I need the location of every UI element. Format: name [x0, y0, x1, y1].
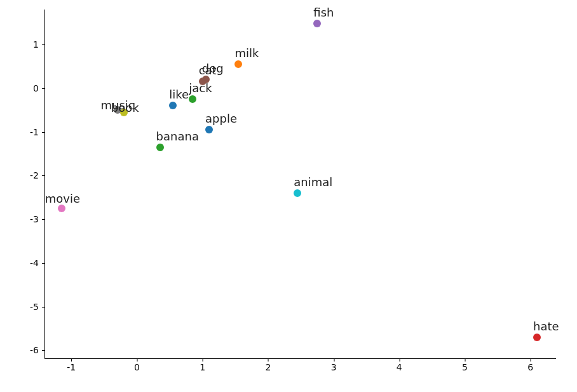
- data-label-like: like: [169, 88, 189, 101]
- data-label-banana: banana: [156, 130, 199, 143]
- data-point-fish: [313, 20, 321, 27]
- data-point-animal: [294, 189, 301, 197]
- data-point-apple: [205, 126, 213, 133]
- x-tick-label: -1: [67, 362, 76, 372]
- data-label-fish: fish: [313, 6, 334, 19]
- data-label-movie: movie: [45, 192, 80, 205]
- data-point-hate: [533, 334, 541, 341]
- y-tick-label: 0: [33, 83, 39, 93]
- x-tick-label: 3: [331, 362, 337, 372]
- data-label-book: book: [111, 101, 139, 114]
- data-point-like: [169, 102, 177, 109]
- x-tick-label: 1: [200, 362, 205, 372]
- x-tick-label: 5: [462, 362, 468, 372]
- data-label-animal: animal: [294, 175, 332, 189]
- data-point-banana: [156, 144, 164, 151]
- scatter-plot: -10123456-6-5-4-3-2-101moviemusicbookban…: [44, 10, 556, 359]
- y-tick-label: -5: [30, 302, 39, 312]
- data-label-apple: apple: [205, 112, 237, 125]
- x-tick-label: 2: [265, 362, 271, 372]
- y-tick-label: -3: [30, 214, 39, 224]
- y-tick-label: -4: [30, 258, 39, 268]
- x-tick-label: 6: [527, 362, 533, 372]
- y-tick-label: -1: [30, 127, 39, 137]
- x-tick-label: 4: [397, 362, 402, 372]
- data-label-hate: hate: [533, 320, 559, 333]
- y-tick-label: -2: [30, 170, 39, 180]
- data-point-jack: [189, 95, 196, 103]
- y-tick-label: -6: [30, 345, 39, 355]
- x-tick-label: 0: [134, 362, 140, 372]
- data-point-movie: [58, 205, 65, 212]
- y-tick-label: 1: [33, 39, 39, 50]
- data-label-dog: dog: [202, 62, 224, 75]
- data-label-milk: milk: [234, 46, 259, 60]
- data-point-milk: [234, 60, 242, 68]
- data-point-dog: [202, 76, 210, 83]
